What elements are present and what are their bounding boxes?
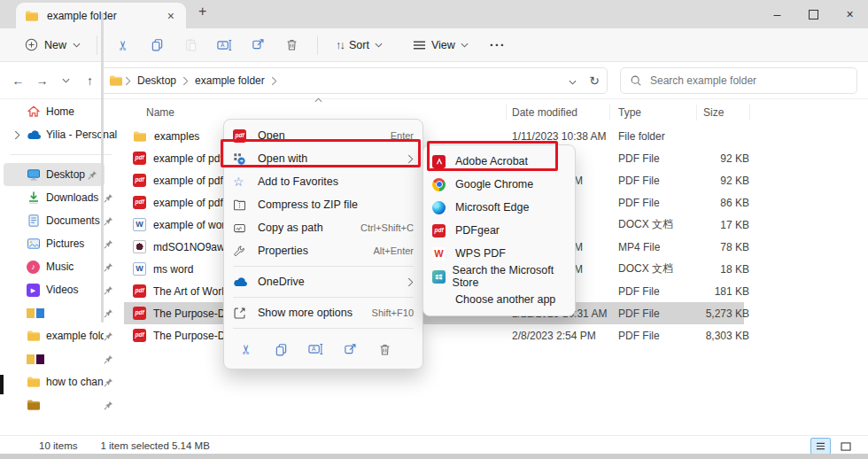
column-header-size[interactable]: Size [703, 106, 724, 119]
address-bar[interactable]: Desktopexample folder ↻ [101, 67, 608, 94]
up-icon: ↑ [87, 74, 93, 87]
clipboard-actions: ✂A [106, 32, 308, 58]
sort-button[interactable]: ↑↓ Sort [327, 34, 391, 57]
search-box[interactable]: Search example folder [620, 67, 857, 94]
onedrive-icon [27, 130, 46, 140]
menu-item-copy-as-path[interactable]: Copy as pathCtrl+Shift+C [224, 216, 422, 239]
sidebar-item-label: example fold [46, 330, 104, 342]
pdf-file-icon: pdf [133, 152, 146, 165]
navigation-bar: ←→↑ Desktopexample folder ↻ Search examp… [0, 62, 868, 99]
menu-item-open[interactable]: pdfOpenEnter [224, 124, 422, 147]
column-divider[interactable] [609, 105, 610, 121]
chevron-right-icon[interactable] [14, 130, 27, 140]
sidebar-item-label: Documents [46, 214, 104, 227]
back-button[interactable]: ← [7, 68, 29, 93]
menu-item-add-to-favorites[interactable]: ☆Add to Favorites [224, 170, 422, 193]
tab-close-icon[interactable]: × [165, 10, 177, 22]
new-button-label: New [44, 39, 66, 51]
new-button[interactable]: New [18, 33, 88, 57]
menu-item-label: Add to Favorites [258, 175, 414, 188]
forward-button[interactable]: → [31, 68, 53, 93]
column-header-type[interactable]: Type [618, 106, 641, 119]
icons-view-button[interactable] [835, 438, 856, 455]
music-icon: ♪ [27, 261, 46, 274]
refresh-button[interactable]: ↻ [589, 73, 600, 89]
close-window-button[interactable]: × [832, 0, 868, 28]
new-tab-button[interactable]: + [198, 4, 206, 19]
chevron-down-button[interactable] [55, 68, 77, 93]
tab-title: example folder [47, 10, 165, 22]
column-divider[interactable] [506, 105, 507, 121]
column-divider[interactable] [696, 105, 697, 121]
sidebar-item-example-fold[interactable]: example fold [4, 324, 120, 347]
column-header-date-modified[interactable]: Date modified [512, 106, 577, 119]
menu-item-show-more-options[interactable]: Show more optionsShift+F10 [224, 301, 422, 324]
column-header-name[interactable]: Name [146, 106, 174, 119]
file-size [647, 125, 749, 147]
submenu-item-microsoft-edge[interactable]: Microsoft Edge [423, 196, 575, 219]
menu-item-properties[interactable]: PropertiesAlt+Enter [224, 239, 422, 262]
rename-button[interactable]: A [207, 32, 241, 58]
menu-item-open-with[interactable]: Open with [224, 147, 422, 170]
rename-button[interactable]: A [306, 339, 325, 359]
chevron-down-icon [62, 78, 70, 83]
menu-item-onedrive[interactable]: OneDrive [224, 270, 422, 293]
refresh-icon: ↻ [589, 74, 600, 87]
pin-icon [104, 216, 113, 226]
trash-button[interactable] [275, 32, 308, 58]
sidebar-item-folder[interactable] [4, 347, 120, 370]
sidebar-scrollbar[interactable] [101, 12, 104, 323]
chevron-down-button[interactable] [569, 73, 577, 89]
cut-button[interactable]: ✂ [106, 32, 140, 58]
submenu-item-choose-another-app[interactable]: Choose another app [423, 288, 575, 311]
file-row[interactable]: pdfThe Purpose-Driven2/8/2023 2:54 PMPDF… [124, 324, 744, 346]
cut-button[interactable]: ✂ [236, 339, 256, 359]
open-with-submenu: Adobe AcrobatGoogle ChromeMicrosoft Edge… [422, 144, 576, 316]
chevron-down-icon [375, 43, 383, 48]
breadcrumb-item[interactable]: Desktop [133, 73, 181, 89]
sidebar-item-folder[interactable] [4, 393, 120, 416]
copy-button[interactable] [271, 339, 291, 359]
submenu-item-pdfgear[interactable]: pdfPDFgear [423, 219, 575, 242]
submenu-item-label: Google Chrome [455, 178, 533, 191]
minimize-icon: – [774, 8, 781, 20]
screen-artifact [0, 375, 4, 394]
chevron-right-icon [407, 154, 414, 164]
copy-button[interactable] [140, 32, 174, 58]
submenu-item-adobe-acrobat[interactable]: Adobe Acrobat [423, 150, 575, 173]
status-bar: 10 items 1 item selected 5.14 MB [0, 435, 868, 455]
copy-icon [275, 343, 288, 356]
close-icon: × [846, 8, 853, 20]
paste-icon [184, 38, 198, 51]
submenu-item-search-the-microsoft-store[interactable]: Search the Microsoft Store [423, 265, 575, 288]
maximize-window-button[interactable] [795, 0, 832, 28]
share-button[interactable] [340, 339, 360, 359]
sidebar-item-how-to-chan[interactable]: how to chan [4, 370, 120, 393]
toolbar-divider [97, 35, 97, 55]
paste-button[interactable] [174, 32, 207, 58]
minimize-window-button[interactable]: – [759, 0, 795, 28]
submenu-item-google-chrome[interactable]: Google Chrome [423, 173, 575, 196]
more-options-icon[interactable]: ··· [490, 38, 506, 51]
breadcrumb-item[interactable]: example folder [190, 73, 269, 89]
sort-ascending-icon[interactable] [314, 97, 322, 103]
sidebar-item-desktop[interactable]: Desktop [4, 163, 105, 186]
chevron-down-icon [73, 43, 81, 48]
menu-item-label: Open [258, 129, 391, 142]
media-file-icon [133, 240, 146, 253]
view-button[interactable]: View [404, 34, 477, 57]
rename-icon: A [217, 39, 232, 51]
trash-button[interactable] [375, 339, 394, 359]
pin-icon [104, 308, 113, 318]
menu-item-compress-to-zip-file[interactable]: Compress to ZIP file [224, 193, 422, 216]
share-icon [252, 38, 265, 51]
acrobat-icon [432, 155, 455, 168]
edge-icon [432, 201, 455, 214]
column-divider[interactable] [749, 105, 750, 121]
up-button[interactable]: ↑ [79, 68, 101, 93]
file-name: example of word [153, 219, 231, 231]
share-button[interactable] [241, 32, 275, 58]
details-view-button[interactable] [810, 438, 831, 455]
submenu-item-wps-pdf[interactable]: WWPS PDF [423, 242, 575, 265]
file-size: 78 KB [647, 236, 749, 258]
